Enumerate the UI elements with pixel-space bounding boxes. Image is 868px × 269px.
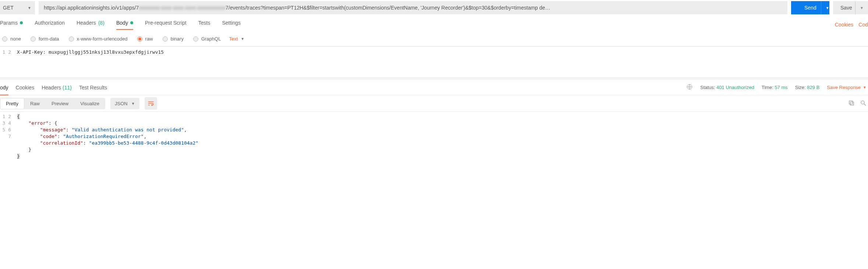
view-mode-visualize[interactable]: Visualize: [74, 98, 105, 109]
seg-label: Preview: [52, 101, 68, 106]
radio-icon: [69, 36, 74, 42]
globe-icon[interactable]: [686, 84, 693, 91]
code-token: {: [17, 114, 20, 119]
svg-point-3: [861, 101, 864, 104]
response-tab-body[interactable]: ody: [0, 80, 8, 95]
view-mode-raw[interactable]: Raw: [24, 98, 46, 109]
body-type-none[interactable]: none: [2, 36, 21, 42]
radio-icon: [163, 36, 168, 42]
size-label: Size:: [795, 85, 806, 90]
time-label: Time:: [762, 85, 773, 90]
body-type-x-www-form-urlencoded[interactable]: x-www-form-urlencoded: [69, 36, 128, 42]
tab-label: Settings: [222, 20, 241, 26]
time-value: 57 ms: [775, 85, 787, 90]
send-button-label: Send: [804, 5, 816, 11]
status-block: Status: 401 Unauthorized: [700, 85, 754, 90]
radio-label: GraphQL: [201, 36, 221, 42]
search-icon[interactable]: [860, 100, 867, 107]
tab-body[interactable]: Body: [116, 20, 133, 29]
chevron-down-icon[interactable]: ▼: [855, 1, 864, 14]
code-line: X-API-Key: muxpugjllggj551nksj13l8vxu3ep…: [17, 49, 164, 55]
code-token: :: [57, 134, 63, 139]
time-block: Time: 57 ms: [762, 85, 788, 90]
url-input[interactable]: https://api.applicationinsights.io/v1/ap…: [39, 1, 787, 14]
dot-indicator-icon: [130, 21, 133, 24]
code-token: }: [28, 147, 31, 152]
line-wrap-toggle[interactable]: [145, 97, 157, 110]
code-token: ,: [184, 127, 187, 132]
radio-label: x-www-form-urlencoded: [77, 36, 128, 42]
http-method-value: GET: [3, 5, 14, 11]
code-token: :: [83, 140, 89, 146]
response-tab-headers[interactable]: Headers (11): [42, 80, 72, 95]
save-button-label: Save: [840, 5, 852, 11]
size-value: 829 B: [807, 85, 819, 90]
response-format-value: JSON: [115, 101, 128, 106]
chevron-down-icon: ▼: [241, 37, 244, 41]
tab-label: ody: [0, 85, 8, 91]
tab-label: Test Results: [79, 85, 107, 91]
response-tab-test-results[interactable]: Test Results: [79, 80, 107, 95]
code-token: "error": [28, 120, 49, 126]
url-text-prefix: https://api.applicationinsights.io/v1/ap…: [44, 5, 139, 11]
response-view-mode-group: Pretty Raw Preview Visualize: [0, 98, 105, 109]
response-format-select[interactable]: JSON ▼: [110, 98, 139, 109]
code-token: "Valid authentication was not provided": [72, 127, 184, 132]
code-token: }: [17, 153, 20, 159]
chevron-down-icon: ▼: [28, 6, 31, 10]
code-token: :: [66, 127, 72, 132]
tab-label: Headers: [42, 85, 61, 91]
tab-label: Pre-request Script: [145, 20, 187, 26]
code-link[interactable]: Cod: [858, 22, 868, 28]
tab-settings[interactable]: Settings: [222, 20, 241, 29]
view-mode-preview[interactable]: Preview: [46, 98, 74, 109]
tab-prerequest-script[interactable]: Pre-request Script: [145, 20, 187, 29]
seg-label: Pretty: [6, 101, 18, 106]
line-wrap-icon: [148, 101, 154, 106]
save-button[interactable]: Save ▼: [833, 1, 868, 14]
tab-headers[interactable]: Headers (8): [77, 20, 104, 29]
view-mode-pretty[interactable]: Pretty: [0, 98, 24, 109]
send-button[interactable]: Send ▼: [791, 1, 829, 14]
response-body-editor[interactable]: 1 2 3 4 5 6 7 { "error": { "message": "V…: [0, 112, 868, 174]
svg-rect-2: [849, 101, 853, 104]
save-response-button[interactable]: Save Response ▼: [827, 85, 867, 90]
radio-icon: [193, 36, 198, 42]
body-type-graphql[interactable]: GraphQL: [193, 36, 221, 42]
tab-label: Headers: [77, 20, 96, 26]
cookies-link[interactable]: Cookies: [835, 22, 854, 28]
body-type-binary[interactable]: binary: [163, 36, 184, 42]
code-token: "ea399bb5-be53-4488-9c4f-0d43d08104a2": [89, 140, 198, 146]
response-body-code[interactable]: { "error": { "message": "Valid authentic…: [15, 112, 868, 174]
chevron-down-icon: ▼: [131, 102, 135, 106]
body-format-select[interactable]: Text ▼: [229, 36, 244, 42]
body-type-form-data[interactable]: form-data: [31, 36, 59, 42]
request-body-code[interactable]: X-API-Key: muxpugjllggj551nksj13l8vxu3ep…: [15, 47, 868, 78]
tab-authorization[interactable]: Authorization: [35, 20, 65, 29]
radio-icon: [137, 36, 142, 42]
line-gutter: 1 2: [0, 47, 15, 78]
code-token: "correlationId": [40, 140, 83, 146]
tab-params[interactable]: Params: [0, 20, 23, 29]
tab-tests[interactable]: Tests: [198, 20, 210, 29]
size-block: Size: 829 B: [795, 85, 820, 90]
response-tab-cookies[interactable]: Cookies: [16, 80, 35, 95]
radio-label: none: [10, 36, 21, 42]
headers-count: (8): [98, 20, 104, 26]
code-token: : {: [49, 120, 57, 126]
dot-indicator-icon: [20, 21, 23, 24]
chevron-down-icon[interactable]: ▼: [821, 1, 829, 14]
code-token: "AuthorizationRequiredError": [63, 134, 144, 139]
seg-label: Visualize: [80, 101, 99, 106]
radio-label: binary: [171, 36, 184, 42]
code-token: ,: [144, 134, 146, 139]
http-method-select[interactable]: GET ▼: [0, 1, 35, 14]
request-body-editor[interactable]: 1 2 X-API-Key: muxpugjllggj551nksj13l8vx…: [0, 46, 868, 78]
tab-label: Params: [0, 20, 18, 26]
code-token: "message": [40, 127, 66, 132]
body-type-raw[interactable]: raw: [137, 36, 153, 42]
line-gutter: 1 2 3 4 5 6 7: [0, 112, 15, 174]
status-value: 401 Unauthorized: [716, 85, 754, 90]
copy-icon[interactable]: [848, 100, 855, 107]
chevron-down-icon: ▼: [863, 85, 867, 89]
